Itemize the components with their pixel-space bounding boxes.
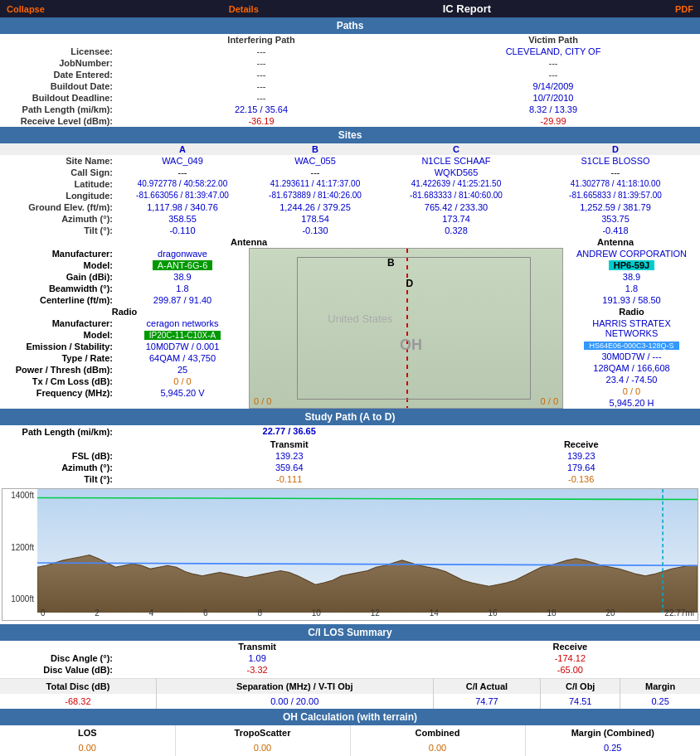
az-c: 173.74 (382, 213, 531, 225)
gain-d: 38.9 (563, 271, 700, 283)
paths-section: Paths Interfering Path Victim Path Licen… (0, 17, 700, 127)
oh-header: OH Calculation (with terrain) (0, 709, 700, 725)
radio-mfr-d: HARRIS STRATEX NETWORKS (563, 317, 700, 339)
los-header: LOS (0, 725, 175, 740)
deadline-vict: 10/7/2010 (406, 92, 700, 104)
long-c: -81.683333 / 81:40:60.00 (382, 190, 531, 201)
receive-level-int: -36.19 (116, 115, 406, 127)
buildout-label: Buildout Date: (0, 80, 116, 92)
fsl-rx: 139.23 (462, 450, 700, 462)
fsl-tx: 139.23 (116, 450, 462, 462)
tx-cm-label-left: Tx / Cm Loss (dB): (0, 376, 116, 387)
tilt-label: Tilt (°): (0, 225, 116, 236)
call-sign-label: Call Sign: (0, 167, 116, 178)
oh-section: OH Calculation (with terrain) LOS TropoS… (0, 709, 700, 756)
deadline-label: Buildout Deadline: (0, 92, 116, 104)
site-name-c: N1CLE SCHAAF (382, 155, 531, 167)
radio-model-a: IP20C-11-C10X-A (144, 331, 221, 340)
buildout-vict: 9/14/2009 (406, 80, 700, 92)
collapse-button[interactable]: Collapse (7, 4, 45, 14)
disc-value-label: Disc Value (dB): (0, 664, 116, 676)
sp-path-length-label: Path Length (mi/km): (0, 425, 116, 439)
margin-combined-val: 0.25 (525, 740, 700, 755)
total-disc: -68.32 (0, 694, 156, 709)
path-length-int: 22.15 / 35.64 (116, 104, 406, 115)
lat-c: 41.422639 / 41:25:21.50 (382, 178, 531, 190)
call-sign-d: --- (531, 167, 700, 178)
ci-header: C/I LOS Summary (0, 624, 700, 641)
lat-d: 41.302778 / 41:18:10.00 (531, 178, 700, 190)
em-a: 10M0D7W / 0.001 (116, 341, 249, 352)
receive-level-vict: -29.99 (406, 115, 700, 127)
disc-angle-label: Disc Angle (°): (0, 652, 116, 664)
long-b: -81.673889 / 81:40:26.00 (249, 190, 382, 201)
call-sign-a: --- (116, 167, 249, 178)
tropo-val: 0.00 (175, 740, 350, 755)
site-name-a: WAC_049 (116, 155, 249, 167)
ci-section: C/I LOS Summary Transmit Receive Disc An… (0, 624, 700, 709)
ci-actual: 74.77 (433, 694, 541, 709)
interfering-path-label: Interfering Path (116, 34, 406, 46)
type-a: 64QAM / 43,750 (116, 352, 249, 364)
tilt-a: -0.110 (116, 225, 249, 236)
tx-a: 0 / 0 (116, 376, 249, 387)
cl-d: 191.93 / 58.50 (563, 294, 700, 306)
buildout-int: --- (116, 80, 406, 92)
study-path-section: Study Path (A to D) Path Length (mi/km):… (0, 409, 700, 485)
sp-path-length: 22.77 / 36.65 (116, 425, 462, 439)
lat-a: 40.972778 / 40:58:22.00 (116, 178, 249, 190)
model-d: HP6-59J (609, 260, 654, 270)
licensee-vict: CLEVELAND, CITY OF (406, 46, 700, 57)
mfr-d: ANDREW CORPORATION (563, 248, 700, 259)
long-a: -81.663056 / 81:39:47.00 (116, 190, 249, 201)
long-label: Longitude: (0, 190, 116, 201)
radio-header-left: Radio (0, 306, 249, 317)
tilt-c: 0.328 (382, 225, 531, 236)
ci-obj-label: C/I Obj (541, 679, 620, 695)
gain-a: 38.9 (116, 271, 249, 283)
elev-y-labels: 1400ft 1200ft 1000ft (2, 489, 37, 605)
total-disc-label: Total Disc (dB) (0, 679, 156, 695)
sp-az-tx: 359.64 (116, 462, 462, 473)
sites-section: Sites A B C D Site Name: WAC_049 WAC_055… (0, 127, 700, 409)
tx-c: 0 / 0 (541, 396, 558, 406)
power-d: 23.4 / -74.50 (563, 374, 700, 385)
tx-d: 0 / 0 (563, 385, 700, 397)
tilt-b: -0.130 (249, 225, 382, 236)
separation: 0.00 / 20.00 (156, 694, 433, 709)
job-label: JobNumber: (0, 57, 116, 69)
margin-combined-header: Margin (Combined) (525, 725, 700, 740)
call-sign-b: --- (249, 167, 382, 178)
gain-label-left: Gain (dBi): (0, 271, 116, 283)
antenna-header-a: Antenna (116, 236, 382, 248)
freq-a: 5,945.20 V (116, 387, 249, 399)
fsl-label: FSL (dB): (0, 450, 116, 462)
paths-header: Paths (0, 17, 700, 34)
em-d: 30M0D7W / --- (563, 351, 700, 362)
tx-b: 0 / 0 (254, 396, 271, 406)
ground-elev-b: 1,244.26 / 379.25 (249, 201, 382, 213)
az-b: 178.54 (249, 213, 382, 225)
pdf-button[interactable]: PDF (675, 4, 693, 14)
lat-label: Latitude: (0, 178, 116, 190)
date-label: Date Entered: (0, 69, 116, 80)
y-label-1200: 1200ft (11, 543, 34, 552)
power-label-left: Power / Thresh (dBm): (0, 364, 116, 376)
licensee-label: Licensee: (0, 46, 116, 57)
site-name-label: Site Name: (0, 155, 116, 167)
sp-tilt-rx: -0.136 (462, 473, 700, 485)
ci-actual-label: C/I Actual (433, 679, 541, 695)
long-d: -81.665833 / 81:39:57.00 (531, 190, 700, 201)
ci-receive-header: Receive (440, 641, 700, 652)
azimuth-label: Azimuth (°): (0, 213, 116, 225)
top-bar: Collapse Details IC Report PDF (0, 0, 700, 17)
col-b-header: B (249, 143, 382, 155)
elevation-chart: 1400ft 1200ft 1000ft 0246810121416182022… (2, 488, 698, 621)
licensee-int: --- (116, 46, 406, 57)
radio-mfr-a: ceragon networks (116, 317, 249, 329)
path-length-vict: 8.32 / 13.39 (406, 104, 700, 115)
job-vict: --- (406, 57, 700, 69)
mfr-a: dragonwave (116, 248, 249, 259)
job-int: --- (116, 57, 406, 69)
details-button[interactable]: Details (229, 4, 259, 14)
